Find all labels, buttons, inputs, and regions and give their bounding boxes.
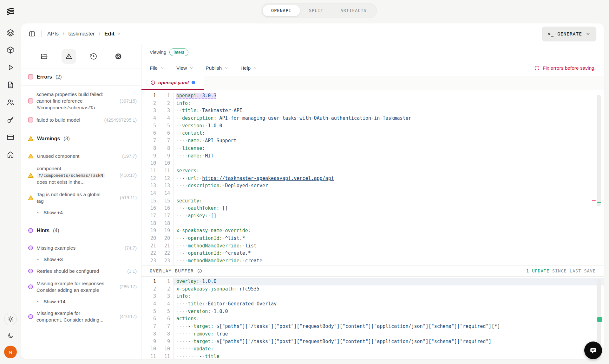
code-line[interactable]: 2121····methodNameOverride:·list: [141, 242, 604, 250]
speakeasy-logo-icon[interactable]: [6, 7, 15, 16]
error-item[interactable]: failed to build model(4294967295:1): [21, 114, 141, 126]
code-line[interactable]: 44··description:·API·for·managing·user·t…: [141, 115, 604, 122]
hint-item[interactable]: Missing example for component. Consider …: [21, 307, 141, 326]
version-badge[interactable]: latest: [169, 48, 188, 56]
code-line[interactable]: 2020··-·operationId:·^list.*: [141, 235, 604, 242]
issues-panel: Errors(2)schema properties build failed:…: [21, 44, 141, 359]
code-line[interactable]: 33··title:·Taskmaster·API: [141, 107, 604, 115]
code-line[interactable]: 55··version:·1.0.0: [141, 122, 604, 130]
overlay-editor[interactable]: 11overlay:·1.0.022x-speakeasy-jsonpath:·…: [141, 277, 604, 359]
overlay-buffer-header: OVERLAY BUFFER 1 UPDATE SINCE LAST SAVE: [141, 265, 604, 277]
document-icon[interactable]: [6, 81, 15, 89]
show-more-button[interactable]: Show +4: [21, 207, 141, 218]
issue-text: Missing example for component. Consider …: [36, 310, 107, 323]
warning-item[interactable]: component #/components/schemas/TaskN doe…: [21, 162, 141, 188]
tab-openapi-yaml[interactable]: openapi.yaml: [141, 76, 204, 90]
code-line[interactable]: 1111servers:: [141, 167, 604, 175]
view-tab-openapi[interactable]: OPENAPI: [262, 5, 300, 16]
breadcrumb-taskmaster[interactable]: taskmaster: [68, 31, 95, 37]
users-icon[interactable]: [6, 98, 15, 106]
menu-view[interactable]: View: [176, 65, 193, 71]
code-line[interactable]: 88······remove:·true: [141, 330, 604, 338]
code-line[interactable]: 44····title:·Editor·Generated·Overlay: [141, 300, 604, 308]
scroll-marker-ok: [597, 202, 601, 203]
card-header: APIs / taskmaster / Edit >_ GENERATE: [21, 23, 604, 44]
warning-item[interactable]: Tag is not defined as a global tag(519:1…: [21, 188, 141, 207]
layers-icon[interactable]: [6, 29, 15, 37]
generate-button[interactable]: >_ GENERATE: [542, 27, 596, 41]
breadcrumb-apis[interactable]: APIs: [47, 31, 59, 37]
hint-item[interactable]: Retries should be configured(1:1): [21, 265, 141, 277]
gear-icon[interactable]: [111, 49, 126, 64]
history-icon[interactable]: [86, 49, 101, 64]
hint-item[interactable]: Missing example for responses. Consider …: [21, 277, 141, 296]
code-line[interactable]: 1212··-·url:·https://taskmaster-speakeas…: [141, 175, 604, 182]
error-item[interactable]: schema properties build failed: cannot f…: [21, 88, 141, 114]
chat-button[interactable]: [584, 342, 602, 359]
section-header-warnings[interactable]: Warnings(3): [21, 130, 141, 147]
info-icon[interactable]: [197, 268, 202, 274]
code-line[interactable]: 1616··-·oauthToken:·[]: [141, 205, 604, 212]
moon-icon[interactable]: [4, 329, 17, 342]
sidebar-toggle-icon[interactable]: [29, 30, 36, 37]
home-icon[interactable]: [6, 150, 15, 159]
show-more-button[interactable]: Show +3: [21, 254, 141, 265]
menu-bar: FileViewPublishHelp Fix errors before sa…: [141, 60, 604, 76]
code-line[interactable]: 77····-·target:·$["paths"]["/tasks"]["po…: [141, 323, 604, 330]
code-line[interactable]: 33info:: [141, 293, 604, 300]
code-line[interactable]: 99····-·target:·$["paths"]["/tasks"]["po…: [141, 338, 604, 346]
issue-text: Retries should be configured: [36, 268, 99, 274]
issue-location: (285:17): [118, 284, 137, 289]
code-line[interactable]: 66actions:: [141, 315, 604, 323]
divider: [41, 30, 42, 37]
menu-help[interactable]: Help: [240, 65, 257, 71]
issue-location: (74:7): [123, 246, 137, 251]
folder-icon[interactable]: [37, 49, 51, 64]
code-line[interactable]: 1515security:: [141, 197, 604, 205]
since-last-save-label: SINCE LAST SAVE: [552, 268, 596, 273]
view-tab-split[interactable]: SPLIT: [300, 5, 332, 16]
terminal-icon: >_: [548, 31, 554, 36]
breadcrumb-edit-dropdown[interactable]: Edit: [104, 31, 121, 37]
code-line[interactable]: 1717··-·apiKey:·[]: [141, 212, 604, 220]
code-line[interactable]: 88··license:: [141, 145, 604, 152]
package-icon[interactable]: [6, 46, 15, 54]
section-header-hints[interactable]: Hints(4): [21, 222, 141, 239]
code-line[interactable]: 1010······update:: [141, 345, 604, 353]
avatar[interactable]: N: [4, 346, 17, 358]
code-line[interactable]: 11overlay:·1.0.0: [141, 278, 604, 285]
key-icon[interactable]: [6, 116, 15, 124]
code-line[interactable]: 1919x-speakeasy-name-override:: [141, 227, 604, 235]
warning-icon[interactable]: [62, 49, 76, 64]
code-line[interactable]: 2222··-·operationId:·^create.*: [141, 250, 604, 257]
code-line[interactable]: 1313····description:·Deployed·server: [141, 182, 604, 190]
code-line[interactable]: 1414: [141, 190, 604, 197]
code-line[interactable]: 1818: [141, 220, 604, 227]
warning-item[interactable]: Unused component(197:7): [21, 150, 141, 162]
hint-item[interactable]: Missing examples(74:7): [21, 242, 141, 254]
code-line[interactable]: 77····name:·API·Support: [141, 137, 604, 145]
code-line[interactable]: 22x-speakeasy-jsonpath:·rfc9535: [141, 285, 604, 293]
code-line[interactable]: 66··contact:: [141, 130, 604, 137]
code-line[interactable]: 2323····methodNameOverride:·create: [141, 257, 604, 265]
openapi-editor[interactable]: 11openapi:·3.0.322info:33··title:·Taskma…: [141, 90, 604, 265]
sun-icon[interactable]: [4, 313, 17, 325]
issue-text: failed to build model: [36, 117, 80, 123]
menu-publish[interactable]: Publish: [206, 65, 228, 71]
update-link[interactable]: 1 UPDATE: [526, 268, 549, 273]
code-line[interactable]: 1010: [141, 160, 604, 167]
show-more-button[interactable]: Show +14: [21, 296, 141, 307]
section-header-errors[interactable]: Errors(2): [21, 68, 141, 86]
error-circle-icon: [534, 65, 540, 71]
chevron-down-icon: [160, 66, 164, 70]
code-line[interactable]: 1111········-·title: [141, 353, 604, 359]
code-line[interactable]: 11openapi:·3.0.3: [141, 92, 604, 100]
scrollbar-thumb[interactable]: [597, 95, 601, 206]
code-line[interactable]: 22info:: [141, 100, 604, 107]
code-line[interactable]: 55····version:·1.0.0: [141, 308, 604, 316]
credit-card-icon[interactable]: [6, 133, 15, 141]
code-line[interactable]: 99····name:·MIT: [141, 152, 604, 160]
play-icon[interactable]: [6, 63, 15, 72]
menu-file[interactable]: File: [150, 65, 164, 71]
view-tab-artifacts[interactable]: ARTIFACTS: [332, 5, 375, 16]
